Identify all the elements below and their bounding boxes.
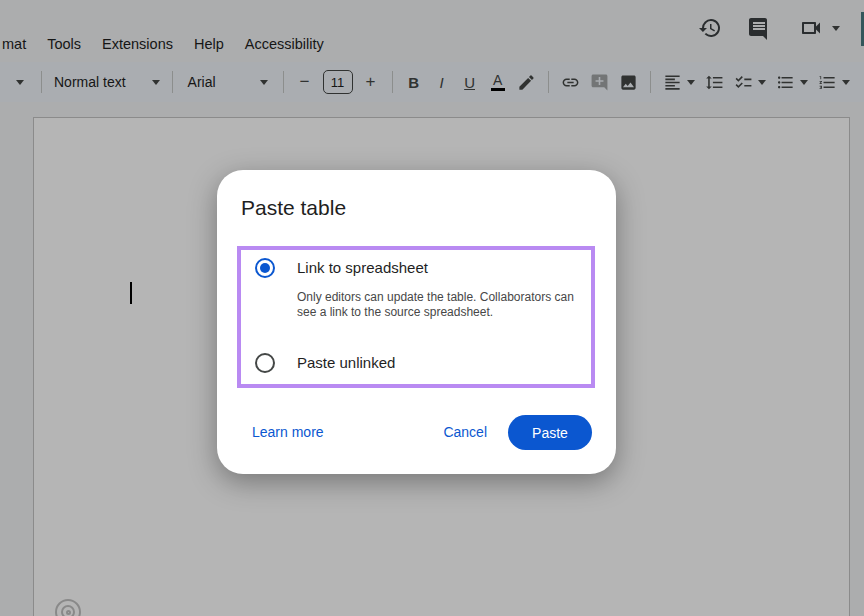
option-label[interactable]: Link to spreadsheet: [297, 258, 428, 278]
learn-more-link[interactable]: Learn more: [252, 422, 324, 442]
radio-selected-icon[interactable]: [255, 258, 275, 278]
dialog-title: Paste table: [241, 196, 346, 220]
paste-table-dialog: Paste table Link to spreadsheet Only edi…: [217, 170, 616, 474]
option-description: Only editors can update the table. Colla…: [297, 290, 591, 320]
radio-unselected-icon[interactable]: [255, 353, 275, 373]
paste-button[interactable]: Paste: [508, 415, 592, 450]
option-label[interactable]: Paste unlinked: [297, 353, 395, 373]
cancel-button[interactable]: Cancel: [443, 422, 487, 442]
options-highlight-box: Link to spreadsheet Only editors can upd…: [237, 246, 595, 388]
google-docs-app: mat Tools Extensions Help Accessibility …: [0, 0, 864, 616]
